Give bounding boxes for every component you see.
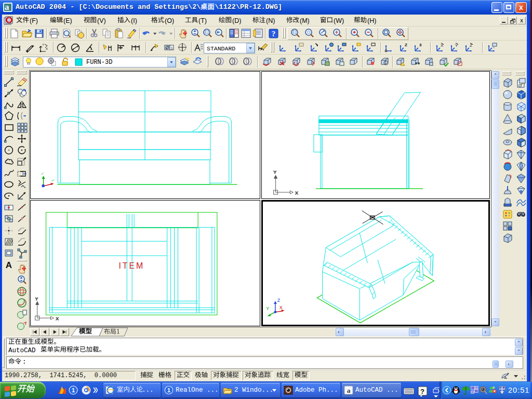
svg-text:1: 1 xyxy=(72,387,75,393)
svg-text:Y: Y xyxy=(35,297,38,301)
svg-text:?: ? xyxy=(272,30,276,38)
svg-text:?: ? xyxy=(420,388,424,395)
svg-text:Y: Y xyxy=(266,306,269,311)
svg-text:1: 1 xyxy=(171,46,174,50)
svg-text:X: X xyxy=(46,47,48,50)
svg-text:ITEM: ITEM xyxy=(118,261,144,270)
svg-text:X: X xyxy=(56,316,59,321)
svg-text:X: X xyxy=(280,305,283,310)
svg-text:Z: Z xyxy=(277,298,281,303)
svg-text:A: A xyxy=(6,260,12,270)
svg-text:Z: Z xyxy=(405,43,407,47)
svg-text:X: X xyxy=(295,191,298,195)
svg-text:3: 3 xyxy=(419,43,422,47)
svg-text:Y: Y xyxy=(42,43,44,46)
svg-text:1: 1 xyxy=(167,387,170,393)
svg-text:Y: Y xyxy=(274,170,277,175)
svg-text:a: a xyxy=(347,387,351,394)
